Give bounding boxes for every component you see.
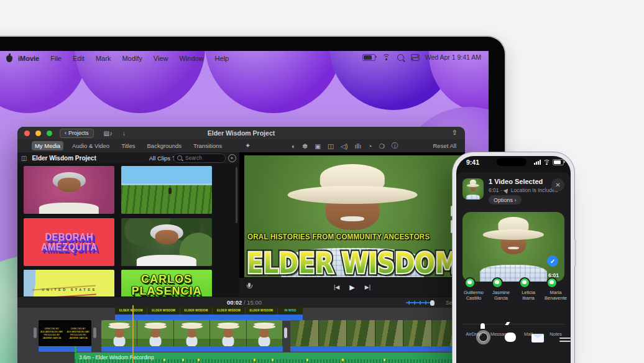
audio-marker[interactable] xyxy=(384,359,385,361)
farm-broll-clip[interactable] xyxy=(290,320,460,346)
next-frame-button[interactable]: ▶| xyxy=(365,284,370,290)
share-target-messages[interactable]: Messages xyxy=(487,329,515,337)
broll-clip-bar[interactable] xyxy=(290,346,460,352)
audio-marker[interactable] xyxy=(163,359,165,361)
media-header-title: Elder Wisdom Project xyxy=(32,155,96,162)
zoom-slider-knob[interactable] xyxy=(430,300,435,306)
info-icon[interactable]: ⓘ xyxy=(392,142,398,150)
audio-marker[interactable] xyxy=(342,359,344,361)
credits-clip-bar[interactable] xyxy=(39,346,91,352)
contact-jasmine[interactable]: JasmineGarcia xyxy=(487,287,515,301)
audio-marker[interactable] xyxy=(272,359,274,361)
menu-view[interactable]: View xyxy=(148,55,174,62)
reset-all-button[interactable]: Reset All xyxy=(433,142,457,149)
control-center-icon[interactable] xyxy=(411,54,418,60)
wifi-icon[interactable] xyxy=(382,54,390,60)
menu-mark[interactable]: Mark xyxy=(90,55,116,62)
noise-eq-icon[interactable]: ıllı xyxy=(355,142,362,150)
volume-up-button[interactable] xyxy=(451,206,453,216)
menu-bar-clock[interactable]: Wed Apr 1 9:41 AM xyxy=(425,53,481,61)
speed-icon[interactable]: ◔ xyxy=(368,142,372,150)
menu-window[interactable]: Window xyxy=(173,55,209,62)
color-balance-icon[interactable]: ◐ xyxy=(292,142,295,150)
share-icon[interactable]: ⇧ xyxy=(452,129,458,137)
credits-clip[interactable]: DIRECTED BYALEJANDRA DELGAR PRODUCED BYJ… xyxy=(39,320,91,346)
stabilization-icon[interactable]: ◫ xyxy=(328,142,334,150)
deborah-card-line1: DEBORAH xyxy=(45,232,93,242)
clip-thumbnail-deborah-title-card[interactable]: DEBORAH AMÉZQUITA xyxy=(24,218,114,266)
enhance-wand-icon[interactable]: ✦ xyxy=(245,142,251,150)
tab-transitions[interactable]: Transitions xyxy=(190,141,225,150)
tab-backgrounds[interactable]: Backgrounds xyxy=(144,141,185,150)
crop-icon[interactable]: ▣ xyxy=(315,142,321,150)
carlos-card-line2: PLASENCIA xyxy=(131,285,201,296)
side-button[interactable] xyxy=(574,239,576,267)
volume-down-button[interactable] xyxy=(451,220,453,233)
share-target-notes[interactable]: Notes xyxy=(542,329,569,337)
battery-icon[interactable] xyxy=(362,54,375,61)
media-header: ◫ Elder Wisdom Project All Clips⇅ ▸ xyxy=(17,152,239,163)
menu-help[interactable]: Help xyxy=(209,55,235,62)
elder-interview-clip[interactable] xyxy=(101,320,283,346)
menu-modify[interactable]: Modify xyxy=(116,55,147,62)
audio-marker[interactable] xyxy=(198,359,200,361)
apple-menu-icon[interactable] xyxy=(6,55,12,62)
spotlight-search-icon[interactable] xyxy=(397,54,404,61)
contact-guillermo[interactable]: GuillermoCastillo xyxy=(460,287,487,301)
selected-check-badge[interactable]: ✓ xyxy=(547,255,558,267)
play-button[interactable]: ▶ xyxy=(349,283,354,292)
interview-clip-bar[interactable] xyxy=(101,346,283,352)
volume-icon[interactable]: ◁) xyxy=(341,142,348,150)
timeline-zoom-slider[interactable] xyxy=(406,302,432,303)
color-correction-icon[interactable]: ✽ xyxy=(302,142,308,150)
clip-thumbnail-us-map[interactable]: UNITED STATES xyxy=(24,270,114,296)
media-grid-scrollbar[interactable] xyxy=(236,167,237,223)
title-chip: IN WISD xyxy=(278,306,303,315)
messages-badge-icon xyxy=(464,277,476,288)
clip-trim-handle[interactable] xyxy=(34,328,37,338)
clip-thumbnail-elder-woman-pink[interactable] xyxy=(24,166,114,214)
clip-edit-handle[interactable] xyxy=(284,328,287,338)
media-search-field[interactable] xyxy=(173,154,226,163)
contact-leticia[interactable]: LeticiaIbarra xyxy=(515,287,542,301)
title-chip: ELDER WISDOM xyxy=(246,306,277,315)
share-target-airdrop[interactable]: AirDrop xyxy=(460,329,487,337)
timeline-playhead[interactable] xyxy=(132,305,134,363)
clip-thumbnail-carlos-title-card[interactable]: CARLOS PLASENCIA xyxy=(121,270,212,296)
audio-clip-label: 3.6m - Elder Wisdom Recording xyxy=(79,354,154,361)
dynamic-island xyxy=(497,158,527,166)
audio-marker[interactable] xyxy=(306,359,308,361)
macbook-screen: iMovie File Edit Mark Modify View Window… xyxy=(0,51,489,363)
share-sheet: 1 Video Selected 6:01 · Location Is Incl… xyxy=(456,172,571,363)
search-input[interactable] xyxy=(184,154,219,162)
contact-maria[interactable]: MariaBenavente xyxy=(542,287,569,301)
deborah-card-line2: AMÉZQUITA xyxy=(41,242,98,252)
clip-filter-play-icon[interactable]: ▸ xyxy=(228,154,236,162)
share-target-mail[interactable]: Mail xyxy=(515,329,542,337)
timeline-clip-frame xyxy=(137,320,173,346)
messages-badge-icon xyxy=(546,277,558,288)
audio-marker[interactable] xyxy=(182,359,184,361)
tab-my-media[interactable]: My Media xyxy=(32,141,63,150)
selected-video-card[interactable]: ✓ 6:01 xyxy=(462,212,564,282)
iphone-clock: 9:41 xyxy=(466,159,479,166)
clip-thumbnail-elder-woman-foliage[interactable] xyxy=(121,218,212,266)
menu-file[interactable]: File xyxy=(45,55,67,62)
share-sheet-title: 1 Video Selected xyxy=(489,178,543,185)
title-clip-segments[interactable]: ELDER WISDOM ELDER WISDOM ELDER WISDOM E… xyxy=(115,306,303,315)
clip-thumbnail-farm-field[interactable] xyxy=(121,166,212,214)
options-button[interactable]: Options › xyxy=(489,195,522,204)
audio-marker[interactable] xyxy=(254,359,255,361)
viewer-video-frame[interactable]: ORAL HISTORIES FROM COMMUNITY ANCESTORS … xyxy=(244,155,461,277)
menu-edit[interactable]: Edit xyxy=(67,55,90,62)
menu-imovie[interactable]: iMovie xyxy=(12,55,45,62)
messages-badge-icon xyxy=(519,277,530,288)
sidebar-toggle-icon[interactable]: ◫ xyxy=(21,155,27,162)
previous-frame-button[interactable]: |◀ xyxy=(334,284,339,290)
clip-trim-handle[interactable] xyxy=(93,328,96,338)
media-grid: DEBORAH AMÉZQUITA UNITED STATES xyxy=(17,163,239,296)
tab-titles[interactable]: Titles xyxy=(118,141,138,150)
filters-icon[interactable]: ❍ xyxy=(379,142,384,150)
close-sheet-button[interactable]: ✕ xyxy=(551,178,564,191)
tab-audio-video[interactable]: Audio & Video xyxy=(69,141,113,150)
